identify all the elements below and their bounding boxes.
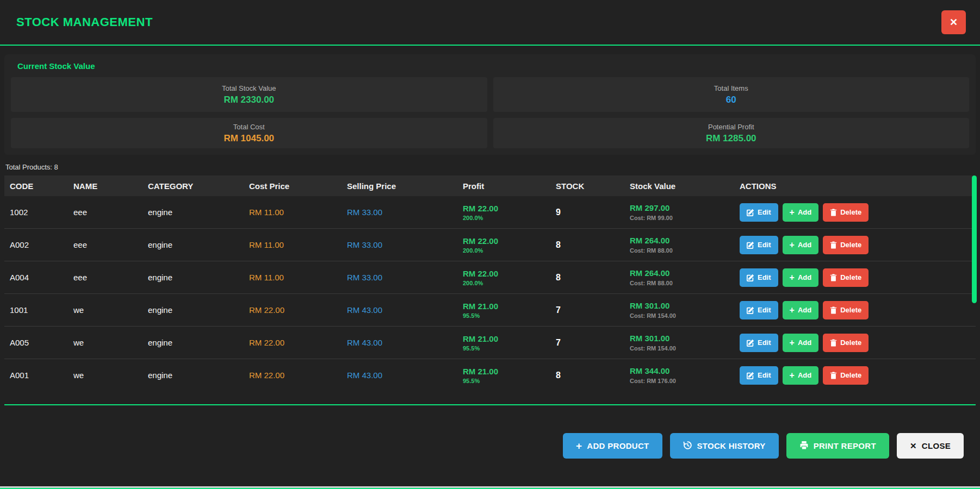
stock-history-button[interactable]: STOCK HISTORY [670, 433, 779, 459]
stock-value: RM 301.00 [630, 334, 734, 343]
pencil-icon [747, 339, 754, 347]
close-footer-button[interactable]: ✕ CLOSE [897, 433, 964, 459]
profit-value: RM 22.00 [463, 269, 550, 278]
cell-stock: 7 [550, 305, 624, 315]
cell-cost-price: RM 11.00 [244, 208, 342, 217]
column-header-selling-price: Selling Price [342, 181, 457, 191]
cell-profit: RM 22.00200.0% [457, 269, 550, 286]
add-button[interactable]: +Add [783, 334, 819, 352]
cell-stock: 9 [550, 208, 624, 217]
cell-category: engine [142, 240, 244, 249]
trash-icon [830, 372, 837, 379]
pencil-icon [747, 241, 754, 249]
profit-percent: 200.0% [463, 215, 550, 221]
cell-name: we [68, 338, 142, 347]
cell-stock: 8 [550, 371, 624, 380]
total-cost-card: Total Cost RM 1045.00 [11, 118, 487, 148]
cell-selling-price: RM 43.00 [342, 338, 457, 347]
table-header-row: CODE NAME CATEGORY Cost Price Selling Pr… [4, 175, 976, 196]
add-button[interactable]: +Add [783, 301, 819, 319]
close-button[interactable]: ✕ [941, 10, 966, 34]
cell-name: eee [68, 240, 142, 249]
modal-footer: + ADD PRODUCT STOCK HISTORY PRIN [0, 405, 980, 486]
column-header-code: CODE [4, 181, 68, 191]
cell-category: engine [142, 371, 244, 380]
cell-profit: RM 21.0095.5% [457, 367, 550, 384]
column-header-stock: STOCK [550, 181, 624, 191]
total-items-card: Total Items 60 [493, 77, 970, 112]
stat-label: Total Stock Value [222, 84, 276, 92]
stock-management-modal: STOCK MANAGEMENT ✕ Current Stock Value T… [0, 0, 980, 489]
cell-actions: Edit+AddDelete [734, 366, 976, 385]
cell-selling-price: RM 43.00 [342, 305, 457, 315]
edit-button[interactable]: Edit [740, 366, 778, 385]
close-icon: ✕ [910, 441, 917, 451]
cell-name: eee [68, 273, 142, 282]
add-button[interactable]: +Add [783, 203, 819, 222]
stock-value: RM 264.00 [630, 236, 734, 245]
add-product-button[interactable]: + ADD PRODUCT [563, 433, 662, 459]
cell-actions: Edit+AddDelete [734, 236, 976, 254]
delete-button[interactable]: Delete [823, 268, 869, 287]
cell-selling-price: RM 33.00 [342, 273, 457, 282]
cell-stock: 8 [550, 240, 624, 250]
cell-stock-value: RM 264.00Cost: RM 88.00 [624, 268, 734, 286]
stock-history-label: STOCK HISTORY [697, 441, 766, 450]
stat-value: RM 1285.00 [706, 133, 756, 144]
history-icon [683, 441, 692, 452]
cell-name: we [68, 371, 142, 380]
summary-cards-grid: Total Stock Value RM 2330.00 Total Items… [11, 77, 969, 148]
print-report-button[interactable]: PRINT REPORT [786, 433, 889, 459]
delete-button[interactable]: Delete [823, 236, 869, 254]
profit-percent: 95.5% [463, 312, 550, 319]
stock-cost: Cost: RM 176.00 [630, 378, 734, 384]
profit-value: RM 22.00 [463, 236, 550, 246]
plus-icon: + [790, 371, 795, 380]
delete-button[interactable]: Delete [823, 366, 869, 385]
cell-profit: RM 22.00200.0% [457, 236, 550, 254]
products-table-scroll-region[interactable]: CODE NAME CATEGORY Cost Price Selling Pr… [4, 175, 976, 385]
stat-label: Total Cost [233, 123, 265, 131]
profit-percent: 200.0% [463, 280, 550, 286]
pencil-icon [747, 209, 754, 216]
cell-cost-price: RM 22.00 [244, 305, 342, 315]
profit-value: RM 21.00 [463, 302, 550, 311]
edit-button[interactable]: Edit [740, 301, 778, 319]
delete-button[interactable]: Delete [823, 301, 869, 319]
edit-button[interactable]: Edit [740, 203, 778, 222]
printer-icon [799, 441, 809, 452]
cell-profit: RM 22.00200.0% [457, 204, 550, 221]
scrollbar-thumb[interactable] [972, 175, 977, 303]
stock-value: RM 301.00 [630, 301, 734, 310]
stock-cost: Cost: RM 154.00 [630, 312, 734, 319]
table-scrollbar[interactable] [972, 175, 977, 385]
add-button[interactable]: +Add [783, 366, 819, 385]
edit-button[interactable]: Edit [740, 236, 778, 254]
pencil-icon [747, 274, 754, 281]
delete-button[interactable]: Delete [823, 203, 869, 222]
stock-cost: Cost: RM 99.00 [630, 215, 734, 221]
cell-category: engine [142, 208, 244, 217]
column-header-stock-value: Stock Value [624, 181, 734, 191]
stock-value: RM 297.00 [630, 203, 734, 212]
profit-percent: 200.0% [463, 247, 550, 254]
cell-selling-price: RM 33.00 [342, 208, 457, 217]
plus-icon: + [790, 305, 795, 315]
profit-percent: 95.5% [463, 345, 550, 352]
add-button[interactable]: +Add [783, 268, 819, 287]
stock-value: RM 344.00 [630, 366, 734, 375]
profit-value: RM 22.00 [463, 204, 550, 213]
column-header-cost-price: Cost Price [244, 181, 342, 191]
edit-button[interactable]: Edit [740, 268, 778, 287]
trash-icon [830, 241, 837, 249]
cell-stock: 7 [550, 338, 624, 348]
delete-button[interactable]: Delete [823, 334, 869, 352]
trash-icon [830, 306, 837, 314]
edit-button[interactable]: Edit [740, 334, 778, 352]
cell-category: engine [142, 273, 244, 282]
cell-category: engine [142, 305, 244, 315]
stock-cost: Cost: RM 154.00 [630, 345, 734, 352]
add-button[interactable]: +Add [783, 236, 819, 254]
cell-code: A005 [4, 338, 68, 347]
cell-actions: Edit+AddDelete [734, 203, 976, 222]
